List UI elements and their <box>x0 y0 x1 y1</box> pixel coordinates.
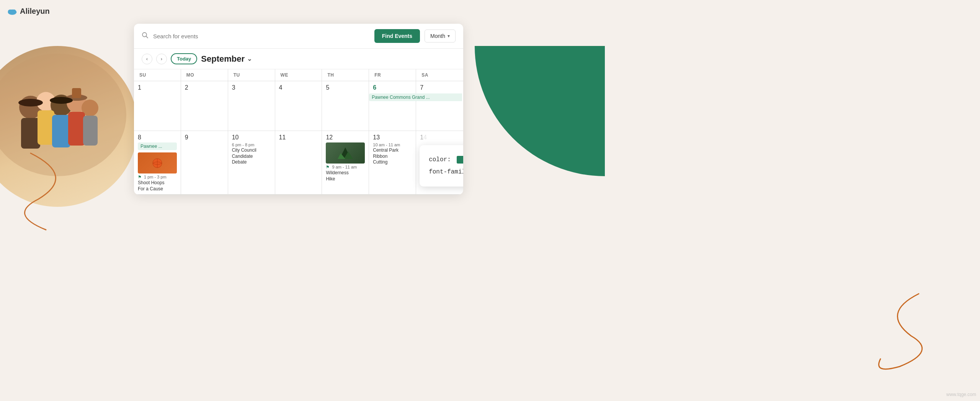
cal-cell-sep-6[interactable]: 6 Pawnee Commons Grand ... <box>369 81 416 131</box>
cal-cell-sep-14[interactable]: 14 <box>416 131 463 195</box>
day-number-today: 6 <box>373 84 412 91</box>
day-number: 3 <box>232 84 271 91</box>
day-headers-row: SU MO TU WE TH FR SA <box>134 69 463 81</box>
svg-rect-15 <box>72 88 81 98</box>
day-number: 1 <box>138 84 177 91</box>
people-illustration <box>0 46 138 207</box>
svg-point-16 <box>18 99 43 106</box>
chevron-down-icon: ▾ <box>448 33 450 39</box>
day-number: 12 <box>326 134 365 141</box>
cal-cell-sep-8[interactable]: 8 Pawnee ... ⚑ 1 pm - 3 pm Shoot HoopsFo… <box>134 131 181 195</box>
cal-cell-sep-7[interactable]: 7 <box>416 81 463 131</box>
day-header-thu: TH <box>322 69 369 81</box>
event-title-hike: WildernessHike <box>326 170 365 182</box>
find-events-button[interactable]: Find Events <box>374 29 420 43</box>
svg-rect-10 <box>38 110 54 145</box>
cal-cell-sep-1[interactable]: 1 <box>134 81 181 131</box>
search-input[interactable] <box>153 33 370 39</box>
cal-cell-sep-10[interactable]: 10 6 pm - 8 pm City CouncilCandidateDeba… <box>228 131 275 195</box>
watermark: www.tqge.com <box>946 392 976 397</box>
calendar-nav-header: ‹ › Today September ⌄ <box>134 49 463 69</box>
event-title-council: City CouncilCandidateDebate <box>232 147 271 165</box>
event-time-council: 6 pm - 8 pm <box>232 142 271 147</box>
event-pawnee-commons[interactable]: Pawnee Commons Grand ... <box>369 93 462 101</box>
day-number: 14 <box>420 134 459 141</box>
calendar-week-2: 8 Pawnee ... ⚑ 1 pm - 3 pm Shoot HoopsFo… <box>134 131 463 195</box>
event-flag-icon: ⚑ <box>138 175 142 179</box>
event-title-ribbon: Central ParkRibbonCutting <box>373 147 412 165</box>
svg-rect-11 <box>52 115 70 147</box>
event-time-ribbon: 10 am - 11 am <box>373 142 412 147</box>
day-number: 7 <box>420 84 459 91</box>
cal-cell-sep-3[interactable]: 3 <box>228 81 275 131</box>
svg-point-2 <box>12 9 16 13</box>
day-number: 11 <box>279 134 318 141</box>
orange-swirl-decoration <box>842 282 957 378</box>
cal-cell-sep-9[interactable]: 9 <box>181 131 228 195</box>
cal-cell-sep-11[interactable]: 11 <box>275 131 322 195</box>
day-number: 9 <box>185 134 224 141</box>
month-title[interactable]: September ⌄ <box>201 54 252 64</box>
day-number: 8 <box>138 134 177 141</box>
green-quarter-decoration <box>475 46 605 176</box>
cloud-icon <box>7 7 18 16</box>
event-shoot-hoops-image <box>138 152 177 173</box>
svg-line-19 <box>146 36 148 38</box>
day-number: 5 <box>326 84 365 91</box>
next-month-button[interactable]: › <box>156 54 167 64</box>
day-header-mon: MO <box>181 69 228 81</box>
day-header-sat: SA <box>416 69 463 81</box>
logo-text: Alileyun <box>20 7 50 16</box>
day-header-sun: SU <box>134 69 181 81</box>
svg-rect-9 <box>21 118 40 149</box>
cal-cell-sep-2[interactable]: 2 <box>181 81 228 131</box>
search-icon <box>142 32 149 40</box>
day-number: 4 <box>279 84 318 91</box>
month-dropdown-icon: ⌄ <box>247 55 252 62</box>
calendar-week-1: 1 2 3 4 5 6 Pawnee Commons Grand ... 7 <box>134 81 463 131</box>
day-header-wed: WE <box>275 69 322 81</box>
search-bar: Find Events Month ▾ <box>134 24 463 49</box>
month-view-selector[interactable]: Month ▾ <box>425 29 456 43</box>
event-flag-icon: ⚑ <box>326 165 330 169</box>
event-pawnee-short[interactable]: Pawnee ... <box>138 142 177 150</box>
event-wilderness-image <box>326 142 365 164</box>
event-title-shoot-hoops: Shoot HoopsFor a Cause <box>138 180 177 192</box>
event-time: ⚑ 1 pm - 3 pm <box>138 175 177 180</box>
mountain-icon <box>338 146 353 161</box>
month-name: September <box>201 54 245 64</box>
cal-cell-sep-4[interactable]: 4 <box>275 81 322 131</box>
cal-cell-sep-5[interactable]: 5 <box>322 81 369 131</box>
today-button[interactable]: Today <box>171 53 197 64</box>
logo: Alileyun <box>7 7 50 16</box>
day-number: 13 <box>373 134 412 141</box>
svg-point-17 <box>50 97 73 104</box>
day-number: 10 <box>232 134 271 141</box>
svg-point-1 <box>8 9 13 13</box>
day-header-fri: FR <box>369 69 416 81</box>
hero-photo <box>0 46 138 207</box>
month-selector-label: Month <box>430 33 445 39</box>
svg-rect-13 <box>83 116 98 146</box>
day-number: 2 <box>185 84 224 91</box>
day-header-tue: TU <box>228 69 275 81</box>
calendar-card: Find Events Month ▾ ‹ › Today September … <box>134 24 463 195</box>
svg-rect-12 <box>68 112 85 146</box>
cal-cell-sep-12[interactable]: 12 ⚑ 9 am - 11 am WildernessHike <box>322 131 369 195</box>
event-time-hike: ⚑ 9 am - 11 am <box>326 165 365 170</box>
prev-month-button[interactable]: ‹ <box>142 54 152 64</box>
cal-cell-sep-13[interactable]: 13 10 am - 11 am Central ParkRibbonCutti… <box>369 131 416 195</box>
